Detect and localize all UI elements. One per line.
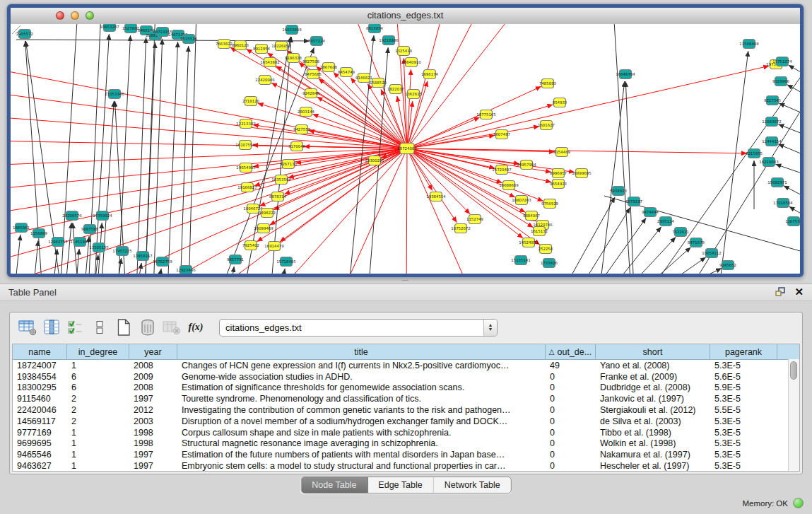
table-source-select[interactable]: citations_edges.txt ▲▼	[219, 319, 498, 337]
table-cell[interactable]: 1997	[129, 450, 177, 460]
table-cell[interactable]: 1997	[129, 394, 177, 404]
table-row[interactable]: 1872400712008Changes of HCN gene express…	[13, 360, 799, 371]
table-row[interactable]: 946362711997Embryonic stem cells: a mode…	[13, 460, 799, 471]
table-cell[interactable]: Jankovic et al. (1997)	[596, 394, 710, 404]
table-cell[interactable]: 5.3E-5	[710, 428, 777, 438]
table-cell[interactable]: 5.3E-5	[710, 416, 777, 426]
column-header-in_degree[interactable]: in_degree	[67, 344, 129, 359]
delete-column-icon[interactable]	[137, 318, 158, 337]
tab-edge-table[interactable]: Edge Table	[367, 477, 433, 493]
table-cell[interactable]: Stergiakouli et al. (2012)	[596, 405, 710, 415]
table-cell[interactable]: 0	[546, 450, 596, 460]
table-cell[interactable]: 1	[67, 438, 129, 448]
row-select-icon[interactable]	[65, 318, 86, 337]
tab-node-table[interactable]: Node Table	[301, 477, 367, 493]
table-cell[interactable]: 0	[546, 372, 596, 382]
table-row[interactable]: 2242004622012Investigating the contribut…	[13, 404, 799, 416]
table-cell[interactable]: 9465546	[13, 450, 67, 460]
table-cell[interactable]: 1	[67, 450, 129, 460]
scrollbar-thumb[interactable]	[790, 361, 797, 380]
table-cell[interactable]: Embryonic stem cells: a model to study s…	[177, 461, 546, 471]
table-cell[interactable]: Yano et al. (2008)	[596, 361, 710, 370]
table-cell[interactable]: Estimation of the future numbers of pati…	[177, 450, 546, 460]
table-cell[interactable]: 6	[67, 382, 129, 392]
table-cell[interactable]: 5.3E-5	[710, 394, 777, 404]
table-cell[interactable]: 1	[67, 361, 129, 370]
table-cell[interactable]: Tibbo et al. (1998)	[596, 428, 710, 438]
table-cell[interactable]: Franke et al. (2009)	[596, 372, 710, 382]
table-cell[interactable]: 1998	[129, 438, 177, 448]
table-cell[interactable]: Estimation of significance thresholds fo…	[177, 382, 546, 392]
table-cell[interactable]: 2009	[129, 372, 177, 382]
table-cell[interactable]: Dudbridge et al. (2008)	[596, 382, 710, 392]
table-cell[interactable]: 0	[546, 416, 596, 426]
table-cell[interactable]: 0	[546, 428, 596, 438]
float-panel-icon[interactable]	[775, 287, 786, 297]
table-cell[interactable]: 5.3E-5	[710, 361, 777, 370]
column-header-title[interactable]: title	[177, 344, 546, 359]
table-cell[interactable]: 2	[67, 405, 129, 415]
table-options-icon[interactable]	[17, 318, 38, 337]
table-cell[interactable]: 0	[546, 438, 596, 448]
table-row[interactable]: 911546021997Tourette syndrome. Phenomeno…	[13, 393, 799, 404]
column-header-pagerank[interactable]: pagerank	[710, 344, 777, 359]
memory-status-icon[interactable]	[793, 498, 804, 508]
column-header-year[interactable]: year	[129, 344, 177, 359]
table-row[interactable]: 1938455462009Genome-wide association stu…	[13, 371, 799, 382]
vertical-scrollbar[interactable]	[788, 359, 799, 471]
table-cell[interactable]: 14569117	[13, 416, 67, 426]
table-cell[interactable]: 1	[67, 428, 129, 438]
table-cell[interactable]: 18724007	[13, 361, 67, 370]
table-cell[interactable]: 18300295	[13, 382, 67, 392]
panel-splitter[interactable]	[0, 279, 812, 284]
window-titlebar[interactable]: citations_edges.txt	[11, 8, 800, 25]
table-cell[interactable]: 2003	[129, 416, 177, 426]
table-row[interactable]: 1830029562008Estimation of significance …	[13, 382, 799, 394]
table-cell[interactable]: 0	[546, 461, 596, 471]
new-column-icon[interactable]	[113, 318, 134, 337]
table-cell[interactable]: 2012	[129, 405, 177, 415]
table-cell[interactable]: 2	[67, 416, 129, 426]
table-cell[interactable]: 5.5E-5	[710, 405, 777, 415]
table-cell[interactable]: 9699695	[13, 438, 67, 448]
table-cell[interactable]: 0	[546, 394, 596, 404]
table-cell[interactable]: 9463627	[13, 461, 67, 471]
resize-grip-icon[interactable]	[11, 24, 800, 274]
table-row[interactable]: 1456911722003Disruption of a novel membe…	[13, 416, 799, 427]
table-row[interactable]: 969969511998Structural magnetic resonanc…	[13, 438, 799, 450]
paired-rows-icon[interactable]	[89, 318, 110, 337]
table-cell[interactable]: 2008	[129, 382, 177, 392]
table-cell[interactable]: 5.6E-5	[710, 372, 777, 382]
table-cell[interactable]: 1998	[129, 428, 177, 438]
table-cell[interactable]: de Silva et al. (2003)	[596, 416, 710, 426]
table-cell[interactable]: Disruption of a novel member of a sodium…	[177, 416, 546, 426]
table-cell[interactable]: 5.3E-5	[710, 450, 777, 460]
combo-stepper-icon[interactable]: ▲▼	[483, 320, 497, 336]
table-cell[interactable]: Tourette syndrome. Phenomenology and cla…	[177, 394, 546, 404]
table-cell[interactable]: Wolkin et al. (1998)	[596, 438, 710, 448]
table-cell[interactable]: 5.3E-5	[710, 461, 777, 471]
table-cell[interactable]: Investigating the contribution of common…	[177, 405, 546, 415]
column-visibility-icon[interactable]	[41, 318, 62, 337]
table-cell[interactable]: 6	[67, 372, 129, 382]
table-cell[interactable]: 0	[546, 382, 596, 392]
column-header-out_de[interactable]: △out_de...	[546, 344, 596, 359]
table-cell[interactable]: Structural magnetic resonance image aver…	[177, 438, 546, 448]
table-cell[interactable]: 9777169	[13, 428, 67, 438]
table-row[interactable]: 977716911998Corpus callosum shape and si…	[13, 427, 799, 438]
table-cell[interactable]: Hescheler et al. (1997)	[596, 461, 710, 471]
table-cell[interactable]: 49	[546, 361, 596, 370]
table-cell[interactable]: 9115460	[13, 394, 67, 404]
table-cell[interactable]: 1997	[129, 461, 177, 471]
function-builder-icon[interactable]: f(x)	[185, 318, 206, 337]
table-cell[interactable]: 5.9E-5	[710, 382, 777, 392]
table-cell[interactable]: Corpus callosum shape and size in male p…	[177, 428, 546, 438]
table-cell[interactable]: 5.3E-5	[710, 438, 777, 448]
column-header-name[interactable]: name	[13, 344, 67, 359]
column-header-short[interactable]: short	[596, 344, 710, 359]
table-cell[interactable]: Nakamura et al. (1997)	[596, 450, 710, 460]
table-cell[interactable]: 0	[546, 405, 596, 415]
table-cell[interactable]: 1	[67, 461, 129, 471]
network-canvas[interactable]: 1872400789601238912954182260589827508165…	[11, 24, 800, 274]
table-cell[interactable]: 2008	[129, 361, 177, 370]
